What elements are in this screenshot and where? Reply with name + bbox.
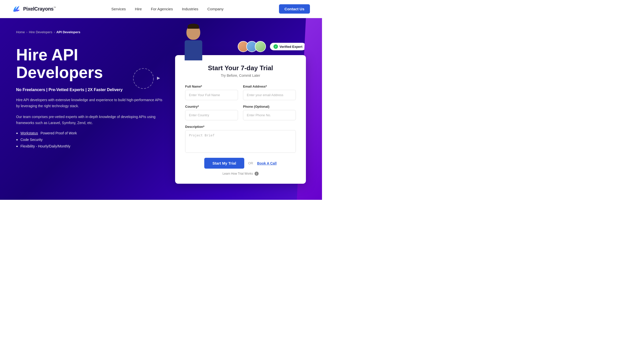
logo-icon	[12, 5, 21, 14]
info-icon[interactable]: i	[255, 172, 259, 176]
form-group-phone: Phone (Optional)	[243, 105, 296, 120]
breadcrumb: Home › Hire Developers › API Developers	[16, 30, 306, 34]
workstatus-link[interactable]: Workstatus	[20, 131, 38, 135]
form-actions: Start My Trial OR Book A Call	[185, 158, 296, 169]
hero-content: Hire API Developers No Freelancers | Pre…	[16, 41, 306, 184]
breadcrumb-sep-1: ›	[26, 30, 27, 34]
form-title: Start Your 7-day Trial	[185, 64, 296, 72]
hero-left: Hire API Developers No Freelancers | Pre…	[16, 41, 165, 151]
nav-hire[interactable]: Hire	[135, 7, 142, 11]
breadcrumb-sep-2: ›	[54, 30, 55, 34]
nav-industries[interactable]: Industries	[182, 7, 198, 11]
form-or-text: OR	[248, 161, 253, 165]
expert-head	[186, 25, 200, 40]
hero-section: Home › Hire Developers › API Developers …	[0, 18, 322, 200]
form-row-1: Full Name* Email Address*	[185, 85, 296, 100]
hero-desc-2: Our team comprises pre-vetted experts wi…	[16, 114, 165, 126]
label-phone: Phone (Optional)	[243, 105, 296, 108]
animated-circle-area: ▶	[131, 66, 156, 92]
avatar-3	[255, 41, 266, 52]
bullet-code-security: Code Security	[16, 138, 165, 142]
breadcrumb-current: API Developers	[56, 30, 80, 34]
hero-bullets: Workstatus Powered Proof of Work Code Se…	[16, 131, 165, 148]
svg-point-0	[133, 68, 153, 89]
expert-body	[185, 40, 202, 60]
logo-link[interactable]: PixelCrayons™	[12, 5, 56, 14]
form-card: Start Your 7-day Trial Try Before, Commi…	[175, 55, 306, 184]
breadcrumb-hire-devs[interactable]: Hire Developers	[29, 30, 52, 34]
expert-hair	[188, 24, 199, 29]
navbar: PixelCrayons™ Services Hire For Agencies…	[0, 0, 322, 18]
hero-right: ✓ Verified Expert Start Your 7-day Trial…	[175, 41, 306, 184]
contact-us-button[interactable]: Contact Us	[279, 4, 310, 14]
arrow-right-icon: ▶	[157, 75, 160, 80]
book-call-button[interactable]: Book A Call	[257, 161, 277, 165]
form-row-2: Country* Phone (Optional)	[185, 105, 296, 120]
input-phone[interactable]	[243, 110, 296, 120]
nav-agencies[interactable]: For Agencies	[151, 7, 173, 11]
label-country: Country*	[185, 105, 238, 108]
form-group-country: Country*	[185, 105, 238, 120]
nav-company[interactable]: Company	[207, 7, 223, 11]
bullet-workstatus: Workstatus Powered Proof of Work	[16, 131, 165, 135]
dashed-circle-svg	[131, 66, 156, 91]
hero-desc-1: Hire API developers with extensive knowl…	[16, 97, 165, 109]
trial-form: Full Name* Email Address* Country*	[185, 85, 296, 176]
nav-links: Services Hire For Agencies Industries Co…	[111, 7, 224, 11]
form-group-name: Full Name*	[185, 85, 238, 100]
bullet-workstatus-text: Powered Proof of Work	[41, 131, 77, 135]
form-group-email: Email Address*	[243, 85, 296, 100]
form-learn-area: Learn How Trial Works i	[185, 172, 296, 176]
breadcrumb-home[interactable]: Home	[16, 30, 25, 34]
verified-text: Verified Expert	[279, 45, 302, 49]
bullet-flexibility: Flexibility - Hourly/Daily/Monthly	[16, 144, 165, 148]
verified-badge: ✓ Verified Expert	[270, 43, 306, 50]
label-email: Email Address*	[243, 85, 296, 88]
input-email[interactable]	[243, 90, 296, 100]
form-group-description: Description*	[185, 125, 296, 153]
nav-services[interactable]: Services	[111, 7, 126, 11]
learn-text: Learn How Trial Works	[222, 172, 253, 175]
input-description[interactable]	[185, 130, 296, 153]
input-fullname[interactable]	[185, 90, 238, 100]
input-country[interactable]	[185, 110, 238, 120]
form-subtitle: Try Before, Commit Later	[185, 73, 296, 78]
logo-text: PixelCrayons™	[23, 6, 56, 12]
label-description: Description*	[185, 125, 296, 129]
expert-photo-area	[180, 25, 207, 60]
start-trial-button[interactable]: Start My Trial	[204, 158, 244, 169]
verified-check-icon: ✓	[273, 44, 278, 49]
avatar-group	[238, 41, 266, 52]
label-fullname: Full Name*	[185, 85, 238, 88]
